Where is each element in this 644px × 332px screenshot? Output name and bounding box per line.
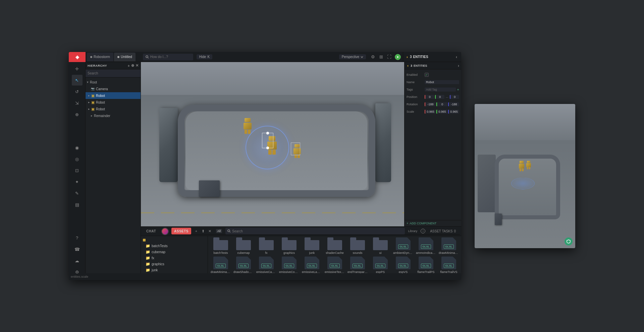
asset-ui[interactable]: ui bbox=[370, 237, 390, 255]
scale-z[interactable]: 0.965 bbox=[448, 110, 459, 114]
asset-shaderCache[interactable]: shaderCache bbox=[325, 237, 345, 255]
entity-icon[interactable]: ◉ bbox=[72, 142, 83, 153]
assets-delete-icon[interactable]: ✕ bbox=[207, 228, 213, 234]
asset-batchTests[interactable]: batchTests bbox=[211, 237, 231, 255]
asset-emissiveLamp[interactable]: GLSL emissiveLamp... bbox=[302, 257, 322, 274]
asset-espPS[interactable]: GLSL espPS bbox=[370, 257, 390, 274]
settings-icon[interactable]: ⚙ bbox=[369, 53, 377, 61]
tree-item-robot-3[interactable]: ▸ ▣ Robot bbox=[86, 106, 141, 112]
tree-arrow-remainder: ▸ bbox=[91, 114, 93, 117]
hierarchy-add-icon[interactable]: + bbox=[128, 64, 130, 68]
asset-emissiveConst[interactable]: GLSL emissiveConst... bbox=[279, 257, 299, 274]
asset-drawMinimapC[interactable]: GLSL drawMinimapC... bbox=[211, 257, 231, 274]
assets-search[interactable] bbox=[225, 228, 405, 234]
library-info-icon[interactable]: i bbox=[421, 229, 425, 233]
logo-area[interactable]: ◈ bbox=[69, 52, 86, 62]
tab-robostorm[interactable]: Robostorm bbox=[87, 53, 113, 61]
assets-sidebar-root[interactable] bbox=[141, 237, 208, 243]
pos-z[interactable]: 0 bbox=[450, 95, 460, 99]
assets-folder-fx[interactable]: 📁 fx bbox=[141, 255, 208, 261]
asset-ambientDyn[interactable]: GLSL ambientDynFr... bbox=[393, 237, 413, 255]
assets-import-icon[interactable]: ⬆ bbox=[200, 228, 206, 234]
pos-x[interactable]: 0 bbox=[425, 95, 434, 99]
asset-fx[interactable]: fx bbox=[256, 237, 276, 255]
scale-icon[interactable]: ⇲ bbox=[72, 98, 83, 108]
select-icon[interactable]: ↖ bbox=[72, 75, 83, 86]
asset-junk[interactable]: junk bbox=[302, 237, 322, 255]
viewport-search-input[interactable] bbox=[150, 55, 191, 59]
add-component-button[interactable]: + ADD COMPONENT bbox=[405, 220, 461, 226]
tab-untitled[interactable]: Untitled bbox=[114, 53, 136, 61]
filter-all[interactable]: All bbox=[216, 229, 222, 233]
add-tag-icon[interactable]: + bbox=[457, 88, 459, 92]
play-button[interactable] bbox=[395, 54, 401, 60]
assets-folder-junk[interactable]: 📁 junk bbox=[141, 267, 208, 273]
rot-x[interactable]: -188 bbox=[425, 102, 436, 106]
entities-collapse-icon[interactable]: ‹ bbox=[456, 55, 457, 59]
asset-endTransparen[interactable]: GLSL endTransparen... bbox=[347, 257, 368, 274]
name-value[interactable]: Robot bbox=[425, 80, 459, 84]
assets-folder-batchTests[interactable]: 📁 batchTests bbox=[141, 243, 208, 249]
hierarchy-search[interactable] bbox=[86, 69, 141, 77]
props-collapse-icon[interactable]: › bbox=[458, 63, 459, 68]
asset-graphics[interactable]: graphics bbox=[279, 237, 299, 255]
publish-icon[interactable]: ☁ bbox=[72, 255, 83, 266]
eye-icon[interactable]: ◎ bbox=[72, 154, 83, 164]
assets-folder-graphics[interactable]: 📁 graphics bbox=[141, 261, 208, 267]
asset-sounds[interactable]: sounds bbox=[347, 237, 368, 255]
rotate-icon[interactable]: ↺ bbox=[72, 86, 83, 97]
frame-icon[interactable]: ⛶ bbox=[385, 53, 393, 61]
hierarchy-dup-icon[interactable]: ⊕ bbox=[131, 63, 134, 68]
asset-drawShadow[interactable]: GLSL drawShadowB... bbox=[233, 257, 254, 274]
asset-flameTrailVS[interactable]: GLSL flameTrailVS bbox=[439, 257, 459, 274]
enabled-checkbox[interactable]: ✓ bbox=[425, 73, 429, 77]
grid-icon[interactable]: ⊞ bbox=[377, 53, 385, 61]
asset-drawMinimap[interactable]: GLSL drawMinimapB... bbox=[439, 237, 459, 255]
scale-y[interactable]: 0.965 bbox=[436, 110, 447, 114]
library-filter[interactable]: Library bbox=[407, 229, 419, 233]
hierarchy-del-icon[interactable]: ✕ bbox=[136, 63, 139, 68]
preview-bottom-icon[interactable] bbox=[565, 237, 573, 245]
rot-z[interactable]: -188 bbox=[448, 102, 459, 106]
move-icon[interactable]: ✛ bbox=[72, 63, 83, 74]
asset-espVS[interactable]: GLSL espVS bbox=[393, 257, 413, 274]
edit-icon[interactable]: ✎ bbox=[72, 188, 83, 199]
glsl-icon-5: GLSL bbox=[327, 257, 342, 269]
hierarchy-search-input[interactable] bbox=[88, 71, 139, 75]
tree-item-camera[interactable]: 📷 Camera bbox=[86, 86, 141, 92]
asset-emissiveTexEx[interactable]: GLSL emissiveTexEx... bbox=[325, 257, 345, 274]
console-icon[interactable]: ▤ bbox=[72, 199, 83, 210]
pos-y[interactable]: 0 bbox=[435, 95, 445, 99]
assets-folder-cubemap[interactable]: 📁 cubemap bbox=[141, 249, 208, 255]
assets-tab[interactable]: ASSETS bbox=[171, 228, 191, 234]
camera-icon[interactable]: ⊡ bbox=[72, 165, 83, 176]
asset-ammoIndicator[interactable]: GLSL ammoIndicator... bbox=[416, 237, 436, 255]
perspective-selector[interactable]: Perspective bbox=[339, 54, 366, 59]
help-icon[interactable]: ? bbox=[72, 232, 83, 243]
middle-area: HIERARCHY + ⊕ ✕ ▾ Root bbox=[86, 62, 461, 280]
tree-item-remainder[interactable]: ▸ Remainder bbox=[86, 112, 141, 119]
assets-add-icon[interactable]: + bbox=[193, 228, 199, 234]
scale-x[interactable]: 0.965 bbox=[425, 110, 436, 114]
asset-cubemap[interactable]: cubemap bbox=[233, 237, 254, 255]
assets-bottom-row: GLSL drawMinimapC... GLSL bbox=[208, 256, 461, 274]
viewport-search[interactable] bbox=[143, 54, 193, 60]
tree-item-robot-1[interactable]: ▸ ▣ Robot bbox=[86, 92, 141, 99]
hide-button[interactable]: Hide K bbox=[197, 54, 212, 59]
top-handle bbox=[266, 132, 269, 134]
world-icon[interactable]: ⊕ bbox=[72, 109, 83, 120]
corner bbox=[225, 257, 228, 260]
light-icon[interactable]: ✦ bbox=[72, 176, 83, 187]
rot-y[interactable]: 0 bbox=[436, 102, 447, 106]
tags-value[interactable]: Add Tag bbox=[425, 88, 456, 92]
chat-tab[interactable]: CHAT bbox=[142, 228, 160, 235]
viewport[interactable] bbox=[141, 62, 404, 226]
phone-icon[interactable]: ☎ bbox=[72, 244, 83, 255]
assets-search-input[interactable] bbox=[232, 229, 403, 233]
asset-shaderCache-label: shaderCache bbox=[326, 251, 344, 255]
user-avatar[interactable] bbox=[161, 228, 169, 235]
tree-item-root[interactable]: ▾ Root bbox=[86, 79, 141, 86]
tree-item-robot-2[interactable]: ▸ ▣ Robot bbox=[86, 99, 141, 106]
asset-flameTrailPS[interactable]: GLSL flameTrailPS bbox=[416, 257, 436, 274]
asset-emissiveCaptu[interactable]: GLSL emissiveCaptu... bbox=[256, 257, 276, 274]
